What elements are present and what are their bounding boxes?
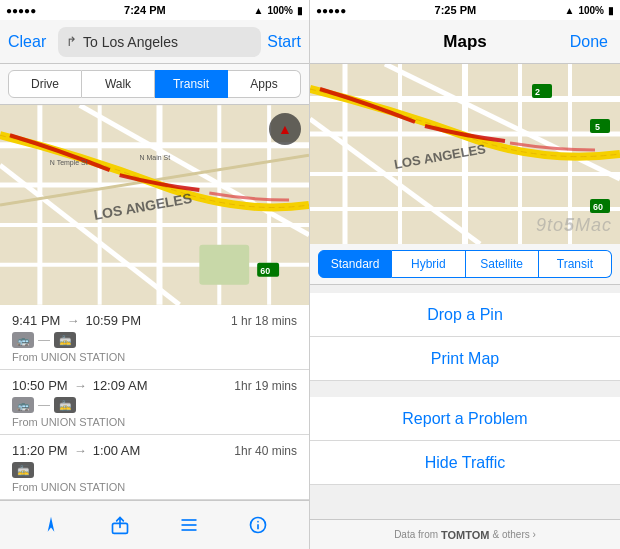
duration-3: 1hr 40 mins: [234, 444, 297, 458]
map-left[interactable]: LOS ANGELES N Temple St N Main St 60 ▲: [0, 105, 309, 305]
signal-icon: ●●●●●: [6, 5, 36, 16]
menu-spacer-top: [310, 285, 620, 293]
tomtom-brand: TOMTOM: [441, 529, 489, 541]
menu-spacer-mid: [310, 389, 620, 397]
svg-text:2: 2: [535, 87, 540, 97]
bottom-bar-left: [0, 500, 309, 549]
maps-title: Maps: [443, 32, 486, 52]
tab-satellite[interactable]: Satellite: [466, 250, 539, 278]
tab-walk[interactable]: Walk: [82, 70, 155, 98]
right-status-icons: ▲ 100% ▮: [254, 5, 303, 16]
menu-group-1: Drop a Pin Print Map: [310, 293, 620, 381]
arrow-icon: ▲: [254, 5, 264, 16]
time-left: 7:24 PM: [124, 4, 166, 16]
tab-transit[interactable]: Transit: [155, 70, 228, 98]
tab-apps[interactable]: Apps: [228, 70, 301, 98]
svg-point-25: [258, 521, 260, 523]
map-right[interactable]: LOS ANGELES 60 5 2 9to5Mac: [310, 64, 620, 244]
bottom-bar-right: Data from TOMTOM & others ›: [310, 519, 620, 549]
svg-text:5: 5: [595, 122, 600, 132]
arrow-1: →: [66, 313, 79, 328]
transit-icons-2: 🚌 — 🚋: [12, 397, 297, 413]
report-problem-button[interactable]: Report a Problem: [310, 397, 620, 441]
tab-hybrid[interactable]: Hybrid: [392, 250, 465, 278]
arrow-3: →: [74, 443, 87, 458]
map-type-tabs: Standard Hybrid Satellite Transit: [310, 244, 620, 285]
time-right: 7:25 PM: [435, 4, 477, 16]
bus-icon-1: 🚌: [12, 332, 34, 348]
share-button[interactable]: [106, 511, 134, 539]
duration-2: 1hr 19 mins: [234, 379, 297, 393]
svg-text:N Main St: N Main St: [140, 154, 171, 161]
tab-transit[interactable]: Transit: [539, 250, 612, 278]
status-bar-left: ●●●●● 7:24 PM ▲ 100% ▮: [0, 0, 309, 20]
svg-text:N Temple St: N Temple St: [50, 159, 88, 167]
svg-rect-16: [199, 245, 249, 285]
watermark: 9to5Mac: [536, 215, 612, 236]
from-station-2: From UNION STATION: [12, 416, 297, 428]
duration-1: 1 hr 18 mins: [231, 314, 297, 328]
print-map-button[interactable]: Print Map: [310, 337, 620, 381]
arrow-icon-right: ▲: [565, 5, 575, 16]
location-button[interactable]: [37, 511, 65, 539]
from-station-3: From UNION STATION: [12, 481, 297, 493]
compass-icon[interactable]: ▲: [269, 113, 301, 145]
transit-item-3[interactable]: 11:20 PM → 1:00 AM 1hr 40 mins 🚋 From UN…: [0, 435, 309, 500]
depart-time-3: 11:20 PM: [12, 443, 68, 458]
footer-suffix: & others ›: [493, 529, 536, 540]
transit-icons-1: 🚌 — 🚋: [12, 332, 297, 348]
done-button[interactable]: Done: [570, 33, 608, 51]
arrive-time-1: 10:59 PM: [85, 313, 141, 328]
arrow-2: →: [74, 378, 87, 393]
menu-group-2: Report a Problem Hide Traffic: [310, 397, 620, 485]
tab-standard[interactable]: Standard: [318, 250, 392, 278]
battery-left: 100%: [267, 5, 293, 16]
tram-icon-2: 🚋: [54, 397, 76, 413]
battery-right: 100%: [578, 5, 604, 16]
from-station-1: From UNION STATION: [12, 351, 297, 363]
transit-icons-3: 🚋: [12, 462, 297, 478]
nav-bar-right: Maps Done: [310, 20, 620, 64]
tram-icon-1: 🚋: [54, 332, 76, 348]
transit-list: 9:41 PM → 10:59 PM 1 hr 18 mins 🚌 — 🚋 Fr…: [0, 305, 309, 500]
battery-icon-right: ▮: [608, 5, 614, 16]
left-panel: ●●●●● 7:24 PM ▲ 100% ▮ Clear ↱ To Los An…: [0, 0, 310, 549]
tab-drive[interactable]: Drive: [8, 70, 82, 98]
signal-icon-right: ●●●●●: [316, 5, 346, 16]
start-button[interactable]: Start: [267, 33, 301, 51]
list-button[interactable]: [175, 511, 203, 539]
right-panel: ●●●●● 7:25 PM ▲ 100% ▮ Maps Done: [310, 0, 620, 549]
destination-text: To Los Angeles: [83, 34, 178, 50]
transit-item-1[interactable]: 9:41 PM → 10:59 PM 1 hr 18 mins 🚌 — 🚋 Fr…: [0, 305, 309, 370]
status-right-icons: ▲ 100% ▮: [565, 5, 614, 16]
menu-list: Drop a Pin Print Map Report a Problem Hi…: [310, 285, 620, 519]
transit-item-2[interactable]: 10:50 PM → 12:09 AM 1hr 19 mins 🚌 — 🚋 Fr…: [0, 370, 309, 435]
nav-bar-left: Clear ↱ To Los Angeles Start: [0, 20, 309, 64]
svg-text:60: 60: [260, 266, 270, 276]
arrive-time-3: 1:00 AM: [93, 443, 141, 458]
tram-icon-3: 🚋: [12, 462, 34, 478]
destination-field[interactable]: ↱ To Los Angeles: [58, 27, 261, 57]
data-from-label: Data from: [394, 529, 438, 540]
drop-pin-button[interactable]: Drop a Pin: [310, 293, 620, 337]
depart-time-2: 10:50 PM: [12, 378, 68, 393]
bus-icon-2: 🚌: [12, 397, 34, 413]
route-icon: ↱: [66, 34, 77, 49]
svg-text:60: 60: [593, 202, 603, 212]
info-button[interactable]: [244, 511, 272, 539]
status-bar-right: ●●●●● 7:25 PM ▲ 100% ▮: [310, 0, 620, 20]
clear-button[interactable]: Clear: [8, 33, 52, 51]
transport-tabs: Drive Walk Transit Apps: [0, 64, 309, 105]
battery-icon: ▮: [297, 5, 303, 16]
hide-traffic-button[interactable]: Hide Traffic: [310, 441, 620, 485]
arrive-time-2: 12:09 AM: [93, 378, 148, 393]
depart-time-1: 9:41 PM: [12, 313, 60, 328]
